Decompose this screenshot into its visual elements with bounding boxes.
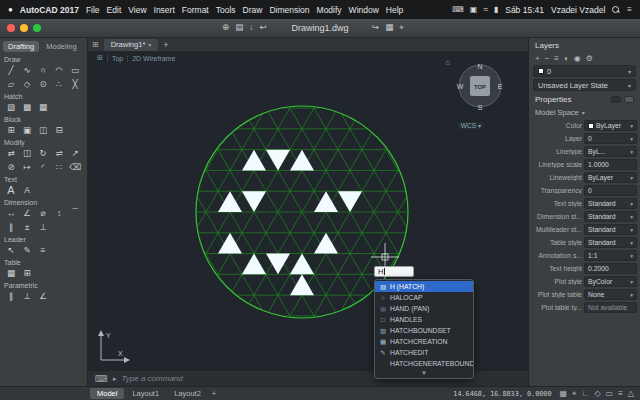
- construction-line-tool[interactable]: ╳: [67, 77, 83, 91]
- palette-tab-modeling[interactable]: Modeling: [41, 41, 81, 52]
- property-value[interactable]: Standard▾: [584, 224, 637, 235]
- viewcube-south[interactable]: S: [478, 104, 483, 111]
- boundary-tool[interactable]: ▦: [35, 100, 51, 114]
- wifi-icon[interactable]: ≈: [483, 5, 487, 14]
- donut-tool[interactable]: ⊙: [35, 77, 51, 91]
- command-option-hatch[interactable]: ▨H (HATCH): [375, 281, 473, 292]
- command-option-hand-pan[interactable]: ◎HAND (PAN): [375, 303, 473, 314]
- polar-toggle[interactable]: ◇: [594, 389, 600, 399]
- menu-item-window[interactable]: Window: [349, 5, 379, 15]
- menu-item-draw[interactable]: Draw: [243, 5, 263, 15]
- leader-edit-tool[interactable]: ✎: [19, 243, 35, 257]
- property-value[interactable]: 0: [584, 185, 637, 196]
- menu-item-file[interactable]: File: [86, 5, 100, 15]
- point-tool[interactable]: ∴: [51, 77, 67, 91]
- osnap-button[interactable]: ⌖: [399, 22, 404, 33]
- apple-menu-icon[interactable]: ●: [8, 5, 13, 14]
- polygon-tool[interactable]: ▱: [3, 77, 19, 91]
- rectangle-tool[interactable]: ▭: [67, 63, 83, 77]
- add-layout-button[interactable]: +: [212, 389, 216, 398]
- notification-center-icon[interactable]: ≡: [627, 5, 632, 14]
- palette-tab-drafting[interactable]: Drafting: [3, 41, 39, 52]
- grid-view-button[interactable]: ▦: [385, 22, 393, 33]
- menu-item-edit[interactable]: Edit: [107, 5, 122, 15]
- redo-button[interactable]: ↪: [372, 22, 379, 33]
- move-tool[interactable]: ⇄: [3, 146, 19, 160]
- selection-scope-dropdown[interactable]: Model Space ▾: [529, 106, 640, 119]
- layer-settings-button[interactable]: ⚙: [586, 54, 593, 63]
- insert-block-tool[interactable]: ⊞: [3, 123, 19, 137]
- viewcube-west[interactable]: W: [457, 83, 464, 90]
- new-layer-button[interactable]: +: [535, 54, 540, 63]
- scale-tool[interactable]: ↗: [67, 146, 83, 160]
- delete-layer-button[interactable]: −: [545, 54, 550, 63]
- undo-button[interactable]: ↩: [259, 22, 266, 32]
- command-option-hatchboundset[interactable]: ▥HATCHBOUNDSET: [375, 325, 473, 336]
- viewcube-home-icon[interactable]: ⌂: [445, 58, 450, 67]
- table-insert-tool[interactable]: ⊞: [19, 266, 35, 280]
- battery-icon[interactable]: ▮: [494, 5, 498, 14]
- rotate-tool[interactable]: ↻: [35, 146, 51, 160]
- menu-item-dimension[interactable]: Dimension: [269, 5, 309, 15]
- angular-dimension-tool[interactable]: ∠: [19, 206, 35, 220]
- trim-tool[interactable]: ⊘: [3, 160, 19, 174]
- single-line-text-tool[interactable]: A: [19, 183, 35, 197]
- tab-drawing1[interactable]: Drawing1* ▾: [104, 39, 159, 51]
- command-option-hatchgenerateboundary[interactable]: HATCHGENERATEBOUNDARY: [375, 358, 473, 369]
- property-value[interactable]: 1.0000: [584, 159, 637, 170]
- edit-block-tool[interactable]: ◫: [35, 123, 51, 137]
- layer-lock-button[interactable]: ◉: [574, 54, 581, 63]
- create-block-tool[interactable]: ▣: [19, 123, 35, 137]
- lineweight-toggle[interactable]: ≡: [618, 389, 623, 399]
- grid-toggle[interactable]: ▦: [560, 389, 568, 399]
- menubar-clock[interactable]: Sáb 15:41: [505, 5, 544, 15]
- viewport-visual-style-control[interactable]: 2D Wireframe: [128, 55, 179, 62]
- multileader-tool[interactable]: ↖: [3, 243, 19, 257]
- property-value[interactable]: ByL...▾: [584, 146, 637, 157]
- diameter-dimension-tool[interactable]: ⌀: [35, 206, 51, 220]
- open-button[interactable]: ▤: [235, 22, 243, 32]
- ordinate-dimension-tool[interactable]: ⊥: [35, 220, 51, 234]
- current-layer-dropdown[interactable]: 0 ▾: [533, 65, 636, 77]
- leader-align-tool[interactable]: ≡: [35, 243, 51, 257]
- menu-item-modify[interactable]: Modify: [317, 5, 342, 15]
- layer-visibility-button[interactable]: ◐: [564, 54, 569, 63]
- fillet-tool[interactable]: ◜: [35, 160, 51, 174]
- zoom-window-button[interactable]: [33, 24, 41, 32]
- dynamic-input-field[interactable]: H: [374, 266, 414, 277]
- spotlight-search-icon[interactable]: [612, 6, 620, 14]
- osnap-toggle[interactable]: ▭: [606, 389, 614, 399]
- arc-length-dimension-tool[interactable]: ⌒: [67, 206, 83, 220]
- snap-toggle[interactable]: ⌖: [572, 389, 577, 399]
- ortho-toggle[interactable]: ∟: [582, 389, 590, 399]
- tab-model[interactable]: Model: [90, 388, 124, 399]
- property-value[interactable]: Not available: [584, 302, 637, 313]
- menu-item-format[interactable]: Format: [182, 5, 209, 15]
- ellipse-tool[interactable]: ◇: [19, 77, 35, 91]
- property-value[interactable]: None▾: [584, 289, 637, 300]
- properties-menu-button[interactable]: [624, 96, 634, 103]
- property-value[interactable]: 0.2000: [584, 263, 637, 274]
- command-option-hatchcreation[interactable]: ▦HATCHCREATION: [375, 336, 473, 347]
- circle-tool[interactable]: ○: [35, 63, 51, 77]
- wcs-dropdown[interactable]: WCS ▾: [458, 122, 484, 129]
- copy-tool[interactable]: ◫: [19, 146, 35, 160]
- vertical-dimension-tool[interactable]: ↕: [51, 206, 67, 220]
- menu-item-tools[interactable]: Tools: [216, 5, 236, 15]
- command-input-placeholder[interactable]: Type a command: [122, 374, 183, 383]
- table-tool[interactable]: ▦: [3, 266, 19, 280]
- menubar-user[interactable]: Vzadei Vzadel: [551, 5, 605, 15]
- multiline-text-tool[interactable]: A: [3, 183, 19, 197]
- command-option-handles[interactable]: □HANDLES: [375, 314, 473, 325]
- layer-list-button[interactable]: ≡: [554, 54, 559, 63]
- array-tool[interactable]: ∷: [51, 160, 67, 174]
- app-menu[interactable]: AutoCAD 2017: [20, 5, 79, 15]
- menu-item-help[interactable]: Help: [386, 5, 403, 15]
- properties-filter-button[interactable]: [611, 96, 621, 103]
- command-option-halocap[interactable]: ○HALOCAP: [375, 292, 473, 303]
- property-value[interactable]: ByLayer▾: [584, 172, 637, 183]
- viewport-view-control[interactable]: Top: [108, 55, 128, 62]
- define-attribute-tool[interactable]: ⊟: [51, 123, 67, 137]
- new-button[interactable]: ⊕: [222, 22, 229, 32]
- tab-layout2[interactable]: Layout2: [167, 388, 208, 399]
